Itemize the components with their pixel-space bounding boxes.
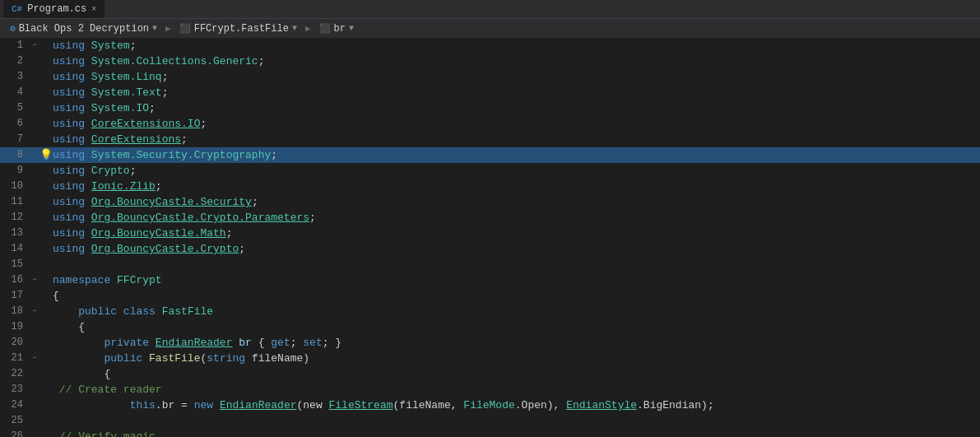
line-number-18: 18 (0, 304, 30, 319)
line-number-26: 26 (0, 429, 30, 437)
code-line-4: 4 using System.Text; (0, 85, 980, 100)
code-content-7: using CoreExtensions; (53, 132, 188, 147)
collapse-marker-7 (30, 132, 39, 147)
line-number-12: 12 (0, 210, 30, 225)
title-bar: C# Program.cs × (0, 0, 980, 18)
line-number-10: 10 (0, 179, 30, 194)
code-content-5: using System.IO; (53, 100, 156, 116)
member-icon: ⬛ (319, 23, 331, 34)
project-dropdown-arrow: ▼ (152, 24, 157, 33)
code-content-3: using System.Linq; (53, 69, 168, 85)
code-line-22: 22 { (0, 366, 980, 382)
code-content-21: public FastFile(string fileName) (53, 351, 309, 366)
nav-file[interactable]: ⬛ FFCrypt.FastFile ▼ (174, 21, 302, 36)
code-content-23: // Create reader (53, 382, 162, 397)
collapse-marker-5 (30, 100, 39, 116)
line-number-11: 11 (0, 194, 30, 210)
code-content-15 (53, 257, 59, 272)
code-line-7: 7 using CoreExtensions; (0, 132, 980, 147)
line-number-19: 19 (0, 319, 30, 335)
line-number-1: 1 (0, 38, 30, 53)
code-content-25 (53, 413, 59, 429)
line-number-7: 7 (0, 132, 30, 147)
collapse-marker-14 (30, 241, 39, 257)
code-content-19: { (53, 319, 85, 335)
code-content-16: namespace FFCrypt (53, 272, 162, 288)
line-number-23: 23 (0, 382, 30, 397)
nav-separator-1: ▶ (165, 23, 171, 34)
code-line-6: 6 using CoreExtensions.IO; (0, 116, 980, 132)
line-number-14: 14 (0, 241, 30, 257)
collapse-marker-22 (30, 366, 39, 382)
file-tab[interactable]: C# Program.cs × (3, 0, 105, 18)
code-container[interactable]: 1−using System;2 using System.Collection… (0, 38, 980, 437)
nav-bar: ⚙ Black Ops 2 Decryption ▼ ▶ ⬛ FFCrypt.F… (0, 18, 980, 38)
collapse-marker-16[interactable]: − (30, 272, 39, 288)
code-line-3: 3 using System.Linq; (0, 69, 980, 85)
nav-member[interactable]: ⬛ br ▼ (314, 21, 359, 36)
editor-area: 1−using System;2 using System.Collection… (0, 38, 980, 437)
collapse-marker-17 (30, 288, 39, 304)
collapse-marker-12 (30, 210, 39, 225)
code-line-8: 8 💡using System.Security.Cryptography; (0, 147, 980, 163)
code-line-2: 2 using System.Collections.Generic; (0, 53, 980, 69)
collapse-marker-24 (30, 397, 39, 413)
nav-project[interactable]: ⚙ Black Ops 2 Decryption ▼ (5, 21, 162, 36)
line-number-17: 17 (0, 288, 30, 304)
code-content-1: using System; (53, 38, 136, 53)
code-line-21: 21− public FastFile(string fileName) (0, 351, 980, 366)
code-line-17: 17 { (0, 288, 980, 304)
line-number-20: 20 (0, 335, 30, 351)
collapse-marker-21[interactable]: − (30, 351, 39, 366)
line-number-25: 25 (0, 413, 30, 429)
member-dropdown-arrow: ▼ (349, 24, 354, 33)
line-number-4: 4 (0, 85, 30, 100)
code-line-25: 25 (0, 413, 980, 429)
collapse-marker-6 (30, 116, 39, 132)
line-number-15: 15 (0, 257, 30, 272)
bulb-icon[interactable]: 💡 (39, 147, 53, 163)
collapse-marker-18[interactable]: − (30, 304, 39, 319)
code-line-14: 14 using Org.BouncyCastle.Crypto; (0, 241, 980, 257)
line-number-24: 24 (0, 397, 30, 413)
collapse-marker-19 (30, 319, 39, 335)
code-content-6: using CoreExtensions.IO; (53, 116, 207, 132)
code-content-11: using Org.BouncyCastle.Security; (53, 194, 258, 210)
code-line-12: 12 using Org.BouncyCastle.Crypto.Paramet… (0, 210, 980, 225)
code-content-9: using Crypto; (53, 163, 136, 179)
tab-cs-icon: C# (12, 4, 22, 14)
code-content-2: using System.Collections.Generic; (53, 53, 264, 69)
code-line-23: 23 // Create reader (0, 382, 980, 397)
nav-separator-2: ▶ (305, 23, 311, 34)
collapse-marker-1[interactable]: − (30, 38, 39, 53)
line-number-9: 9 (0, 163, 30, 179)
code-line-11: 11 using Org.BouncyCastle.Security; (0, 194, 980, 210)
code-content-8: using System.Security.Cryptography; (53, 147, 277, 163)
project-icon: ⚙ (10, 23, 16, 34)
code-line-19: 19 { (0, 319, 980, 335)
file-icon: ⬛ (179, 23, 191, 34)
code-line-20: 20 private EndianReader br { get; set; } (0, 335, 980, 351)
code-content-14: using Org.BouncyCastle.Crypto; (53, 241, 245, 257)
code-content-22: { (53, 366, 110, 382)
tab-close-button[interactable]: × (91, 5, 96, 14)
collapse-marker-2 (30, 53, 39, 69)
code-content-24: this.br = new EndianReader(new FileStrea… (53, 397, 714, 413)
collapse-marker-10 (30, 179, 39, 194)
code-line-10: 10 using Ionic.Zlib; (0, 179, 980, 194)
code-content-20: private EndianReader br { get; set; } (53, 335, 341, 351)
code-content-12: using Org.BouncyCastle.Crypto.Parameters… (53, 210, 316, 225)
collapse-marker-23 (30, 382, 39, 397)
collapse-marker-11 (30, 194, 39, 210)
code-line-18: 18− public class FastFile (0, 304, 980, 319)
code-line-24: 24 this.br = new EndianReader(new FileSt… (0, 397, 980, 413)
collapse-marker-9 (30, 163, 39, 179)
line-number-13: 13 (0, 225, 30, 241)
code-line-26: 26 // Verify magic (0, 429, 980, 437)
line-number-2: 2 (0, 53, 30, 69)
code-content-18: public class FastFile (53, 304, 213, 319)
collapse-marker-20 (30, 335, 39, 351)
member-name: br (334, 23, 346, 35)
code-line-15: 15 (0, 257, 980, 272)
line-number-21: 21 (0, 351, 30, 366)
